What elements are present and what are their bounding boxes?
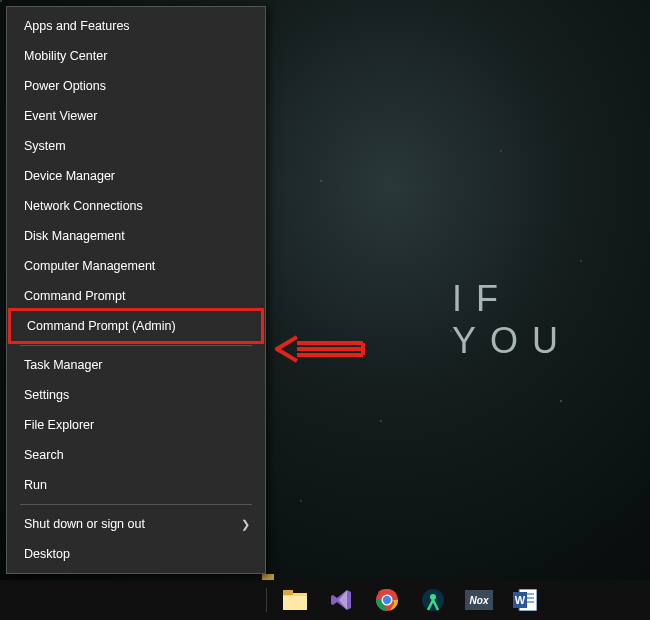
menu-desktop[interactable]: Desktop: [8, 539, 264, 569]
menu-command-prompt[interactable]: Command Prompt: [8, 281, 264, 311]
menu-event-viewer[interactable]: Event Viewer: [8, 101, 264, 131]
menu-file-explorer[interactable]: File Explorer: [8, 410, 264, 440]
menu-shut-down-or-sign-out[interactable]: Shut down or sign out ❯: [8, 509, 264, 539]
taskbar-chrome-icon[interactable]: [365, 580, 409, 620]
menu-run[interactable]: Run: [8, 470, 264, 500]
svg-rect-6: [283, 596, 307, 610]
taskbar-word-icon[interactable]: W: [503, 580, 547, 620]
menu-system[interactable]: System: [8, 131, 264, 161]
svg-text:W: W: [515, 594, 526, 606]
menu-search[interactable]: Search: [8, 440, 264, 470]
menu-disk-management[interactable]: Disk Management: [8, 221, 264, 251]
wallpaper-text: IF YOU: [452, 278, 650, 362]
menu-task-manager[interactable]: Task Manager: [8, 350, 264, 380]
svg-rect-5: [283, 590, 293, 595]
menu-computer-management[interactable]: Computer Management: [8, 251, 264, 281]
menu-divider: [20, 504, 252, 505]
svg-marker-8: [339, 590, 347, 610]
svg-text:Nox: Nox: [470, 595, 489, 606]
menu-power-options[interactable]: Power Options: [8, 71, 264, 101]
svg-point-11: [383, 596, 391, 604]
menu-apps-and-features[interactable]: Apps and Features: [8, 11, 264, 41]
menu-mobility-center[interactable]: Mobility Center: [8, 41, 264, 71]
annotation-arrow-icon: [275, 335, 365, 367]
menu-settings[interactable]: Settings: [8, 380, 264, 410]
chevron-right-icon: ❯: [241, 518, 250, 531]
menu-device-manager[interactable]: Device Manager: [8, 161, 264, 191]
taskbar-file-explorer-icon[interactable]: [273, 580, 317, 620]
taskbar-android-studio-icon[interactable]: [411, 580, 455, 620]
taskbar: Nox W: [0, 580, 650, 620]
menu-command-prompt-admin[interactable]: Command Prompt (Admin): [8, 308, 264, 344]
winx-context-menu: Apps and Features Mobility Center Power …: [6, 6, 266, 574]
menu-network-connections[interactable]: Network Connections: [8, 191, 264, 221]
taskbar-separator: [266, 588, 267, 612]
taskbar-nox-icon[interactable]: Nox: [457, 580, 501, 620]
menu-divider: [20, 345, 252, 346]
menu-item-label: Shut down or sign out: [24, 517, 145, 531]
taskbar-visual-studio-icon[interactable]: [319, 580, 363, 620]
